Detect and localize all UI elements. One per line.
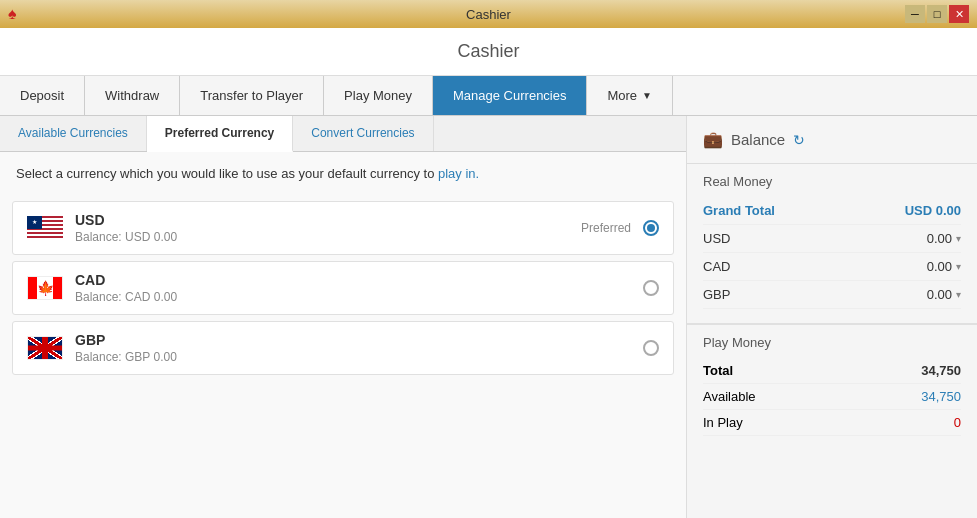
currency-balance-usd: Balance: USD 0.00: [75, 230, 569, 244]
left-panel: Available Currencies Preferred Currency …: [0, 116, 687, 518]
currency-item-usd[interactable]: USD Balance: USD 0.00 Preferred: [12, 201, 674, 255]
balance-header: 💼 Balance ↻: [687, 116, 977, 164]
main-content: Available Currencies Preferred Currency …: [0, 116, 977, 518]
wallet-icon: 💼: [703, 130, 723, 149]
balance-label-cad: CAD: [703, 259, 730, 274]
currency-info-cad: CAD Balance: CAD 0.00: [75, 272, 631, 304]
radio-usd[interactable]: [643, 220, 659, 236]
play-money-inplay-row: In Play 0: [703, 410, 961, 436]
tab-deposit[interactable]: Deposit: [0, 76, 85, 115]
chevron-usd-icon: ▾: [956, 233, 961, 244]
app-icon: ♠: [8, 5, 17, 23]
grand-total-label: Grand Total: [703, 203, 775, 218]
flag-gbp: [27, 336, 63, 360]
play-money-total-row: Total 34,750: [703, 358, 961, 384]
play-money-total-amount: 34,750: [921, 363, 961, 378]
balance-row-cad[interactable]: CAD 0.00 ▾: [703, 253, 961, 281]
tab-transfer[interactable]: Transfer to Player: [180, 76, 324, 115]
play-money-inplay-label: In Play: [703, 415, 743, 430]
tab-more[interactable]: More ▼: [587, 76, 673, 115]
balance-row-usd[interactable]: USD 0.00 ▾: [703, 225, 961, 253]
flag-cad: 🍁: [27, 276, 63, 300]
title-bar-title: Cashier: [466, 7, 511, 22]
chevron-gbp-icon: ▾: [956, 289, 961, 300]
currency-name-cad: CAD: [75, 272, 631, 288]
balance-amount-gbp: 0.00: [927, 287, 952, 302]
balance-amount-cad: 0.00: [927, 259, 952, 274]
play-money-section: Play Money Total 34,750 Available 34,750…: [687, 323, 977, 446]
tab-managecurrencies[interactable]: Manage Currencies: [433, 76, 587, 115]
app-title: Cashier: [457, 41, 519, 62]
sub-tabs: Available Currencies Preferred Currency …: [0, 116, 686, 152]
play-money-total-label: Total: [703, 363, 733, 378]
radio-cad[interactable]: [643, 280, 659, 296]
play-money-available-label: Available: [703, 389, 756, 404]
currency-balance-cad: Balance: CAD 0.00: [75, 290, 631, 304]
flag-usd: [27, 216, 63, 240]
subtab-available[interactable]: Available Currencies: [0, 116, 147, 151]
tab-playmoney[interactable]: Play Money: [324, 76, 433, 115]
more-chevron-icon: ▼: [642, 90, 652, 101]
play-money-title: Play Money: [703, 335, 961, 350]
currency-item-gbp[interactable]: GBP Balance: GBP 0.00: [12, 321, 674, 375]
subtab-convert[interactable]: Convert Currencies: [293, 116, 433, 151]
real-money-section: Real Money Grand Total USD 0.00 USD 0.00…: [687, 164, 977, 319]
currency-name-gbp: GBP: [75, 332, 631, 348]
currency-balance-gbp: Balance: GBP 0.00: [75, 350, 631, 364]
currency-name-usd: USD: [75, 212, 569, 228]
nav-tabs: Deposit Withdraw Transfer to Player Play…: [0, 76, 977, 116]
real-money-title: Real Money: [703, 174, 961, 189]
currency-description: Select a currency which you would like t…: [0, 152, 686, 195]
balance-row-gbp[interactable]: GBP 0.00 ▾: [703, 281, 961, 309]
refresh-icon[interactable]: ↻: [793, 132, 805, 148]
close-button[interactable]: ✕: [949, 5, 969, 23]
radio-gbp[interactable]: [643, 340, 659, 356]
app-header: Cashier: [0, 28, 977, 76]
restore-button[interactable]: □: [927, 5, 947, 23]
minimize-button[interactable]: ─: [905, 5, 925, 23]
balance-label-usd: USD: [703, 231, 730, 246]
currency-info-usd: USD Balance: USD 0.00: [75, 212, 569, 244]
title-bar-controls: ─ □ ✕: [905, 5, 969, 23]
currency-info-gbp: GBP Balance: GBP 0.00: [75, 332, 631, 364]
currency-item-cad[interactable]: 🍁 CAD Balance: CAD 0.00: [12, 261, 674, 315]
play-money-inplay-amount: 0: [954, 415, 961, 430]
chevron-cad-icon: ▾: [956, 261, 961, 272]
grand-total-amount: USD 0.00: [905, 203, 961, 218]
balance-label-gbp: GBP: [703, 287, 730, 302]
play-money-available-amount: 34,750: [921, 389, 961, 404]
title-bar: ♠ Cashier ─ □ ✕: [0, 0, 977, 28]
balance-amount-usd: 0.00: [927, 231, 952, 246]
tab-withdraw[interactable]: Withdraw: [85, 76, 180, 115]
play-money-available-row: Available 34,750: [703, 384, 961, 410]
balance-title: Balance: [731, 131, 785, 148]
subtab-preferred[interactable]: Preferred Currency: [147, 116, 293, 152]
currency-preferred-label-usd: Preferred: [581, 221, 631, 235]
grand-total-row: Grand Total USD 0.00: [703, 197, 961, 225]
right-panel: 💼 Balance ↻ Real Money Grand Total USD 0…: [687, 116, 977, 518]
